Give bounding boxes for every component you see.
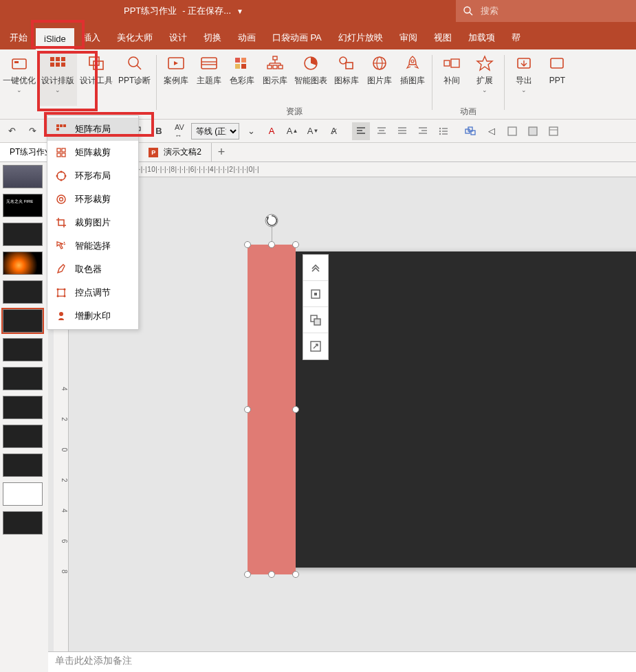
onekey-icon bbox=[8, 54, 30, 73]
more-button[interactable] bbox=[545, 122, 562, 140]
svg-rect-48 bbox=[62, 148, 65, 152]
slide-thumb-13[interactable] bbox=[3, 511, 43, 535]
slide-thumb-9[interactable] bbox=[3, 396, 43, 419]
title-dropdown-icon[interactable]: ▼ bbox=[237, 8, 243, 15]
tab-start[interactable]: 开始 bbox=[1, 26, 36, 49]
tab-view[interactable]: 视图 bbox=[426, 26, 460, 49]
menu-item-anchor-adjust[interactable]: 控点调节 bbox=[47, 281, 138, 304]
doc-tab-3[interactable]: P 演示文稿2 bbox=[139, 143, 212, 161]
slide-thumb-6[interactable] bbox=[3, 309, 43, 333]
icon-lib-button[interactable]: 图标库 bbox=[330, 52, 363, 106]
resize-handle-mr[interactable] bbox=[292, 406, 299, 413]
resize-handle-bc[interactable] bbox=[268, 571, 275, 578]
slide-thumb-2[interactable] bbox=[3, 194, 43, 217]
ppt-diag-button[interactable]: PPT诊断 bbox=[116, 52, 153, 106]
slide-surface[interactable] bbox=[289, 251, 636, 568]
slide-thumb-11[interactable] bbox=[3, 453, 43, 477]
menu-item-smart-select[interactable]: 智能选择 bbox=[47, 234, 138, 258]
graph-lib-button[interactable]: 图示库 bbox=[259, 52, 292, 106]
export-icon bbox=[513, 54, 535, 73]
tab-help[interactable]: 帮 bbox=[503, 26, 529, 49]
illust-lib-button[interactable]: 插图库 bbox=[396, 52, 429, 106]
hierarchy-icon bbox=[264, 54, 286, 73]
tab-addin[interactable]: 加载项 bbox=[460, 26, 503, 49]
slide-thumb-4[interactable] bbox=[3, 251, 43, 275]
svg-rect-21 bbox=[235, 64, 240, 69]
tab-islide[interactable]: iSlide bbox=[36, 28, 74, 49]
font-color-button[interactable]: A bbox=[263, 122, 281, 140]
resize-handle-br[interactable] bbox=[292, 571, 299, 578]
add-document-button[interactable]: + bbox=[212, 143, 231, 161]
color-lib-button[interactable]: 色彩库 bbox=[226, 52, 259, 106]
align-center-button[interactable] bbox=[373, 122, 391, 140]
slide-thumb-7[interactable] bbox=[3, 338, 43, 361]
extend-button[interactable]: 扩展 ⌄ bbox=[468, 52, 501, 106]
slide-thumb-3[interactable] bbox=[3, 223, 43, 246]
smart-chart-button[interactable]: 智能图表 bbox=[292, 52, 330, 106]
search-box[interactable]: 搜索 bbox=[456, 0, 636, 22]
resize-handle-bl[interactable] bbox=[244, 571, 251, 578]
tab-insert[interactable]: 插入 bbox=[74, 26, 109, 49]
tween-button[interactable]: 补间 bbox=[435, 52, 468, 106]
tab-slideshow[interactable]: 幻灯片放映 bbox=[330, 26, 391, 49]
slide-thumb-8[interactable] bbox=[3, 367, 43, 390]
svg-rect-93 bbox=[314, 293, 317, 295]
pic-lib-button[interactable]: 图片库 bbox=[363, 52, 396, 106]
chevron-down-icon: ⌄ bbox=[55, 87, 61, 93]
design-layout-button[interactable]: 设计排版 ⌄ bbox=[39, 52, 77, 106]
rotation-handle[interactable] bbox=[264, 213, 279, 228]
onekey-optimize-button[interactable]: 一键优化 ⌄ bbox=[0, 52, 39, 106]
bullets-button[interactable] bbox=[435, 122, 452, 140]
resize-handle-ml[interactable] bbox=[244, 406, 251, 413]
notes-area[interactable]: 单击此处添加备注 bbox=[48, 651, 636, 672]
resize-handle-tr[interactable] bbox=[292, 241, 299, 248]
slide-thumb-12[interactable] bbox=[3, 482, 43, 506]
export-button[interactable]: 导出 ⌄ bbox=[507, 52, 540, 106]
selected-shape[interactable] bbox=[248, 245, 296, 574]
clear-format-button[interactable]: A̷ bbox=[325, 122, 342, 140]
tab-beautify[interactable]: 美化大师 bbox=[109, 26, 161, 49]
font-select[interactable]: 等线 (正文 bbox=[191, 123, 239, 139]
menu-item-matrix-layout[interactable]: 矩阵布局 bbox=[47, 117, 138, 141]
chevron-down-icon[interactable]: ⌄ bbox=[242, 122, 260, 140]
align-center-button[interactable] bbox=[303, 281, 328, 307]
menu-item-ring-crop[interactable]: 环形裁剪 bbox=[47, 188, 138, 211]
tab-design[interactable]: 设计 bbox=[161, 26, 195, 49]
redo-button[interactable]: ↷ bbox=[23, 122, 41, 140]
align-left-button[interactable] bbox=[352, 122, 370, 140]
font-shrink-button[interactable]: A▼ bbox=[304, 122, 322, 140]
theme-lib-button[interactable]: 主题库 bbox=[193, 52, 226, 106]
case-lib-button[interactable]: 案例库 bbox=[160, 52, 193, 106]
design-tools-button[interactable]: 设计工具 bbox=[77, 52, 116, 106]
tab-anim[interactable]: 动画 bbox=[230, 26, 264, 49]
duplicate-button[interactable] bbox=[303, 307, 328, 333]
resize-handle-tc[interactable] bbox=[268, 241, 275, 248]
bold-button[interactable]: B bbox=[150, 122, 168, 140]
slide-thumbnail-panel[interactable] bbox=[0, 162, 48, 672]
tween-icon bbox=[441, 54, 463, 73]
menu-item-matrix-crop[interactable]: 矩阵裁剪 bbox=[47, 141, 138, 164]
align-justify-button[interactable] bbox=[393, 122, 411, 140]
slide-thumb-5[interactable] bbox=[3, 280, 43, 304]
fill-button[interactable] bbox=[524, 122, 542, 140]
tab-pocket-anim[interactable]: 口袋动画 PA bbox=[264, 26, 330, 49]
tab-review[interactable]: 审阅 bbox=[391, 26, 426, 49]
resize-handle-tl[interactable] bbox=[244, 241, 251, 248]
undo-button[interactable]: ↶ bbox=[3, 122, 21, 140]
border-button[interactable] bbox=[503, 122, 521, 140]
tab-transition[interactable]: 切换 bbox=[195, 26, 230, 49]
bring-front-button[interactable] bbox=[303, 255, 328, 281]
send-back-button[interactable]: ◁ bbox=[483, 122, 501, 140]
slide-thumb-1[interactable] bbox=[3, 165, 43, 188]
slide-thumb-10[interactable] bbox=[3, 425, 43, 448]
ppt-extra-button[interactable]: PPT bbox=[540, 52, 573, 106]
arrange-button[interactable] bbox=[462, 122, 480, 140]
resize-button[interactable] bbox=[303, 333, 328, 359]
menu-item-eyedropper[interactable]: 取色器 bbox=[47, 258, 138, 281]
font-grow-button[interactable]: A▲ bbox=[283, 122, 301, 140]
menu-item-crop-pic[interactable]: 裁剪图片 bbox=[47, 211, 138, 234]
char-spacing-button[interactable]: AV↔ bbox=[171, 122, 188, 140]
menu-item-ring-layout[interactable]: 环形布局 bbox=[47, 164, 138, 188]
menu-item-watermark[interactable]: 增删水印 bbox=[47, 304, 138, 328]
align-right-button[interactable] bbox=[414, 122, 432, 140]
